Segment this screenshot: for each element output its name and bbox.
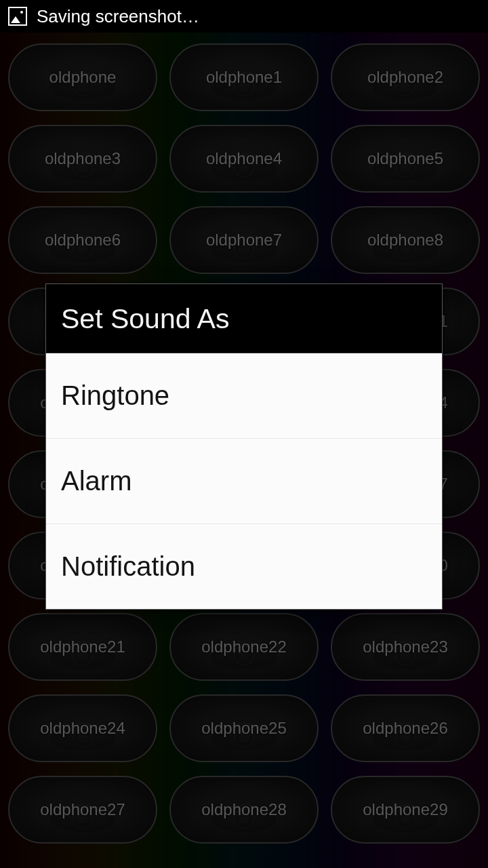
status-bar: Saving screenshot… bbox=[0, 0, 488, 33]
option-notification[interactable]: Notification bbox=[46, 524, 442, 609]
dialog-title: Set Sound As bbox=[46, 284, 442, 353]
option-alarm[interactable]: Alarm bbox=[46, 439, 442, 524]
dialog-options-list: Ringtone Alarm Notification bbox=[46, 353, 442, 609]
set-sound-dialog: Set Sound As Ringtone Alarm Notification bbox=[45, 283, 443, 610]
image-icon bbox=[8, 7, 27, 26]
status-text: Saving screenshot… bbox=[37, 6, 199, 27]
option-ringtone[interactable]: Ringtone bbox=[46, 353, 442, 439]
